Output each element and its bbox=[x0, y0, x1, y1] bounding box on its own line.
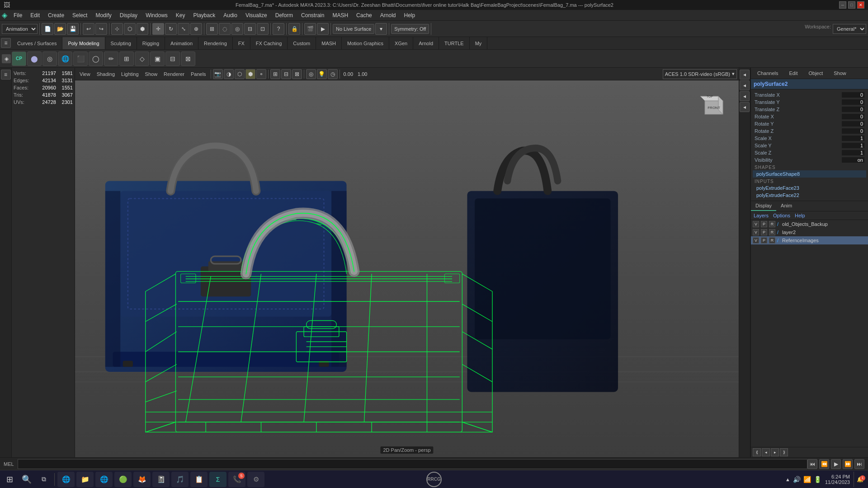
channel-attr-value[interactable]: 0 bbox=[842, 92, 864, 98]
shelf-tool1-button[interactable]: ⊟ bbox=[165, 52, 180, 66]
snap-grid-button[interactable]: ⊞ bbox=[206, 23, 218, 35]
maya-taskapp[interactable]: Σ bbox=[209, 472, 226, 487]
layer-r-button[interactable]: R bbox=[769, 229, 775, 235]
shelf-tab-curves[interactable]: Curves / Surfaces bbox=[12, 37, 62, 49]
save-scene-button[interactable]: 💾 bbox=[67, 23, 79, 35]
edge-taskapp[interactable]: 🌐 bbox=[57, 472, 75, 487]
scale-tool-button[interactable]: ⤡ bbox=[178, 23, 189, 35]
anim-tab[interactable]: Anim bbox=[776, 201, 797, 211]
vp-wireframe-button[interactable]: ⬡ bbox=[235, 69, 245, 79]
shelf-torus-button[interactable]: ◯ bbox=[89, 52, 103, 66]
start-button[interactable]: ⊞ bbox=[2, 472, 17, 487]
vp-smooth-button[interactable]: ⚬ bbox=[256, 69, 266, 79]
shelf-cp-button[interactable]: CP bbox=[12, 52, 26, 66]
help-link[interactable]: Help bbox=[795, 213, 805, 218]
channel-attr-row[interactable]: Translate Z 0 bbox=[753, 106, 866, 113]
menu-create[interactable]: Create bbox=[44, 11, 68, 19]
input-item[interactable]: polyExtrudeFace23 bbox=[753, 184, 866, 192]
render-view-button[interactable]: 🎬 bbox=[304, 23, 316, 35]
open-scene-button[interactable]: 📂 bbox=[54, 23, 66, 35]
input-item[interactable]: polyExtrudeFace22 bbox=[753, 192, 866, 199]
snap-curve-button[interactable]: ◌ bbox=[219, 23, 231, 35]
channels-tab[interactable]: Channels bbox=[754, 70, 782, 77]
renderer-dropdown[interactable]: ACES 1.0 SDR-video (sRGB) ▾ bbox=[663, 69, 737, 79]
vp-menu-panels[interactable]: Panels bbox=[188, 70, 209, 78]
shelf-tab-custom[interactable]: Custom bbox=[288, 37, 316, 49]
live-surface-dropdown[interactable]: ▾ bbox=[375, 23, 387, 35]
channel-attr-row[interactable]: Rotate Y 0 bbox=[753, 120, 866, 127]
play-button[interactable]: ▶ bbox=[831, 459, 841, 469]
vp-shading-button[interactable]: ◑ bbox=[224, 69, 234, 79]
shelf-grid-button[interactable]: ⊞ bbox=[119, 52, 134, 66]
layer-vis-button[interactable]: V bbox=[753, 237, 759, 244]
shelf-sphere-button[interactable]: ⬤ bbox=[27, 52, 42, 66]
battery-icon[interactable]: 🔋 bbox=[814, 476, 821, 483]
object-tab[interactable]: Object bbox=[805, 70, 826, 77]
layer-r-button[interactable]: R bbox=[769, 237, 775, 244]
play-forward-button[interactable]: ⏭ bbox=[854, 459, 864, 469]
menu-constrain[interactable]: Constrain bbox=[297, 11, 328, 19]
vp-menu-renderer[interactable]: Renderer bbox=[161, 70, 187, 78]
left-bar-btn1[interactable]: ≡ bbox=[1, 70, 11, 80]
paint-select-button[interactable]: ⬢ bbox=[137, 23, 148, 35]
shelf-tab-fx-caching[interactable]: FX Caching bbox=[250, 37, 288, 49]
layer-row[interactable]: V P R / RefernceImages bbox=[751, 236, 868, 244]
layer-r-button[interactable]: R bbox=[769, 221, 775, 227]
undo-button[interactable]: ↩ bbox=[83, 23, 94, 35]
new-scene-button[interactable]: 📄 bbox=[42, 23, 53, 35]
question-button[interactable]: ? bbox=[273, 23, 284, 35]
menu-display[interactable]: Display bbox=[116, 11, 141, 19]
options-link[interactable]: Options bbox=[773, 213, 790, 218]
channel-attr-value[interactable]: on bbox=[842, 157, 864, 163]
layer-p-button[interactable]: P bbox=[761, 221, 767, 227]
channel-attr-value[interactable]: 0 bbox=[842, 99, 864, 105]
no-live-surface-button[interactable]: No Live Surface bbox=[333, 24, 374, 34]
lasso-select-button[interactable]: ⬡ bbox=[124, 23, 136, 35]
layer-row[interactable]: V P R / old_Objects_Backup bbox=[751, 220, 868, 228]
redo-button[interactable]: ↪ bbox=[95, 23, 107, 35]
layers-link[interactable]: Layers bbox=[754, 213, 769, 218]
phone-taskapp[interactable]: 📞 5 bbox=[228, 472, 245, 487]
vp-combined-button[interactable]: ⬢ bbox=[245, 69, 255, 79]
menu-select[interactable]: Select bbox=[69, 11, 91, 19]
network-icon[interactable]: 📶 bbox=[803, 476, 811, 483]
onenote-taskapp[interactable]: 📓 bbox=[152, 472, 170, 487]
snap-view-button[interactable]: ⊟ bbox=[244, 23, 256, 35]
notification-button[interactable]: 🔔1 bbox=[854, 472, 866, 487]
rp-nav-left-left[interactable]: ⟪ bbox=[753, 448, 761, 456]
shelf-tool2-button[interactable]: ⊠ bbox=[181, 52, 195, 66]
snap-live-button[interactable]: ⊡ bbox=[257, 23, 269, 35]
shelf-tab-turtle[interactable]: TURTLE bbox=[439, 37, 470, 49]
shelf-tab-animation[interactable]: Animation bbox=[165, 37, 198, 49]
shelf-target-button[interactable]: ◎ bbox=[42, 52, 57, 66]
menu-windows[interactable]: Windows bbox=[142, 11, 171, 19]
shelf-tab-my[interactable]: My bbox=[470, 37, 488, 49]
rp-nav-left[interactable]: ◂ bbox=[762, 448, 770, 456]
channel-attr-value[interactable]: 0 bbox=[842, 121, 864, 127]
rotate-tool-button[interactable]: ↻ bbox=[165, 23, 177, 35]
shelf-tab-xgen[interactable]: XGen bbox=[389, 37, 413, 49]
vp-layout3-button[interactable]: ⊠ bbox=[292, 69, 302, 79]
search-button[interactable]: 🔍 bbox=[19, 472, 34, 487]
taskbar-clock[interactable]: 6:24 PM 11/24/2023 bbox=[825, 474, 850, 485]
universal-manip-button[interactable]: ⊕ bbox=[190, 23, 202, 35]
shelf-tab-arnold[interactable]: Arnold bbox=[413, 37, 439, 49]
shelf-box-button[interactable]: ▣ bbox=[150, 52, 165, 66]
shelf-menu-button[interactable]: ≡ bbox=[1, 38, 11, 48]
symmetry-off-button[interactable]: Symmetry: Off bbox=[391, 24, 429, 34]
vp-menu-lighting[interactable]: Lighting bbox=[118, 70, 142, 78]
menu-arnold[interactable]: Arnold bbox=[377, 11, 400, 19]
menu-mash[interactable]: MASH bbox=[329, 11, 352, 19]
show-tab[interactable]: Show bbox=[830, 70, 850, 77]
channel-attr-row[interactable]: Scale X 1 bbox=[753, 135, 866, 142]
vp-menu-shading[interactable]: Shading bbox=[94, 70, 118, 78]
channel-attr-row[interactable]: Visibility on bbox=[753, 156, 866, 164]
right-bar-btn3[interactable]: ◂ bbox=[740, 91, 750, 101]
layer-p-button[interactable]: P bbox=[761, 229, 767, 235]
select-tool-button[interactable]: ⊹ bbox=[111, 23, 123, 35]
shelf-tab-mash[interactable]: MASH bbox=[316, 37, 342, 49]
ipr-button[interactable]: ▶ bbox=[317, 23, 329, 35]
right-bar-btn2[interactable]: ◂ bbox=[740, 80, 750, 90]
edit-tab[interactable]: Edit bbox=[785, 70, 801, 77]
menu-visualize[interactable]: Visualize bbox=[242, 11, 271, 19]
